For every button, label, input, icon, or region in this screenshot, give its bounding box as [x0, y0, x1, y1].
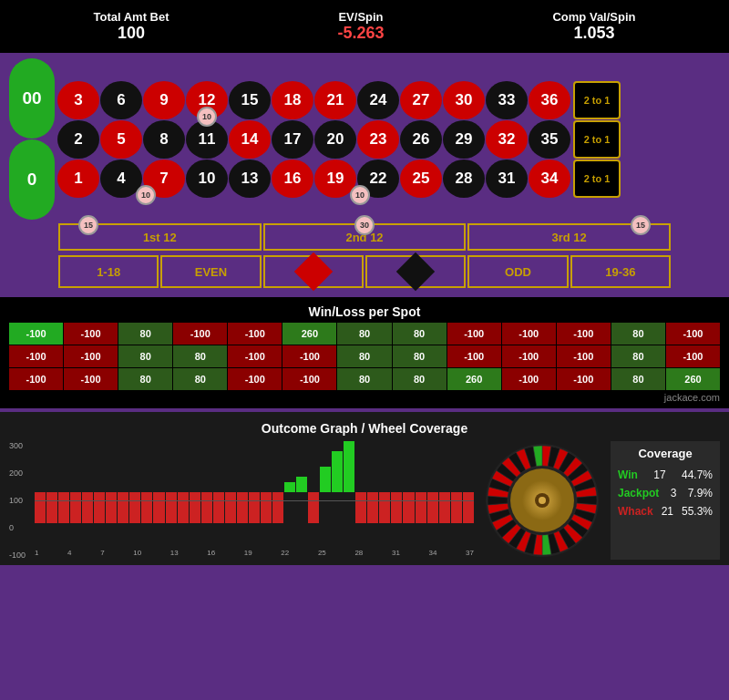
wl-r1c6: 260 [282, 323, 336, 345]
cell-1[interactable]: 1 [57, 160, 99, 198]
bar-neg-29 [379, 492, 390, 523]
cell-29[interactable]: 29 [443, 120, 485, 159]
cell-6[interactable]: 6 [100, 81, 142, 119]
bet-black[interactable] [365, 255, 466, 288]
bar-neg-13 [190, 492, 200, 523]
number-grid: 00 0 3 2 1 6 5 4 9 [9, 58, 720, 220]
bar-neg-5 [94, 492, 105, 523]
cell-34[interactable]: 34 [529, 160, 570, 198]
wl-r1c9: -100 [447, 323, 501, 345]
cell-33[interactable]: 33 [486, 81, 528, 119]
bar-neg-35 [451, 492, 462, 523]
dozen-1st[interactable]: 15 1st 12 [58, 223, 262, 251]
cell-26[interactable]: 26 [400, 120, 442, 159]
wl-r3c6: -100 [282, 368, 336, 390]
cell-7[interactable]: 7 10 [143, 160, 185, 198]
comp-val-value: 1.053 [552, 24, 635, 43]
cell-36[interactable]: 36 [529, 81, 570, 119]
bar-group-28 [367, 441, 378, 543]
cell-25[interactable]: 25 [400, 160, 442, 198]
cell-14[interactable]: 14 [229, 120, 271, 159]
cell-00[interactable]: 00 [9, 58, 55, 139]
wl-r2c4: 80 [173, 345, 227, 367]
y-0: 0 [9, 523, 35, 532]
wl-r3c1: -100 [9, 368, 63, 390]
cell-21[interactable]: 21 [314, 81, 356, 119]
bet-red[interactable] [263, 255, 364, 288]
cell-16[interactable]: 16 [272, 160, 313, 198]
cell-31[interactable]: 31 [486, 160, 528, 198]
cell-2[interactable]: 2 [57, 120, 99, 159]
bar-group-6 [106, 441, 117, 543]
total-amt-bet-section: Total Amt Bet 100 [93, 10, 169, 43]
dozen-3rd[interactable]: 15 3rd 12 [467, 223, 671, 251]
bar-group-15 [213, 441, 224, 543]
bar-group-10 [153, 441, 164, 543]
bar-neg-3 [70, 492, 81, 523]
bar-group-26 [344, 441, 354, 543]
side-bet-bot[interactable]: 2 to 1 [573, 160, 621, 198]
bar-group-12 [178, 441, 189, 543]
side-bet-top[interactable]: 2 to 1 [573, 81, 621, 119]
bar-group-35 [451, 441, 462, 543]
wl-r1c10: -100 [502, 323, 556, 345]
chip-dozen1: 15 [78, 215, 98, 235]
wl-r1c5: -100 [228, 323, 282, 345]
bar-group-27 [355, 441, 366, 543]
bet-odd[interactable]: ODD [467, 255, 568, 288]
wl-r3c9: 260 [447, 368, 501, 390]
wl-row-2: -100 -100 80 80 -100 -100 80 80 -100 -10… [9, 345, 720, 367]
cell-0[interactable]: 0 [9, 139, 55, 220]
dozen-2nd[interactable]: 30 2nd 12 [263, 223, 467, 251]
wheel-container [483, 441, 601, 560]
bar-group-16 [225, 441, 236, 543]
cell-32[interactable]: 32 [486, 120, 528, 159]
bar-neg-33 [427, 492, 438, 523]
ev-spin-section: EV/Spin -5.263 [337, 10, 384, 43]
cell-23[interactable]: 23 [357, 120, 399, 159]
cell-12[interactable]: 12 10 [186, 81, 228, 119]
bar-group-19 [261, 441, 272, 543]
bar-neg-9 [141, 492, 152, 523]
x-label-28: 28 [354, 549, 363, 557]
bar-group-11 [166, 441, 177, 543]
cell-22[interactable]: 22 10 [357, 160, 399, 198]
ev-spin-value: -5.263 [337, 24, 384, 43]
coverage-whack-label: Whack [618, 505, 653, 518]
cell-8[interactable]: 8 [143, 120, 185, 159]
cell-17[interactable]: 17 [272, 120, 313, 159]
cell-9[interactable]: 9 [143, 81, 185, 119]
cell-10[interactable]: 10 [186, 160, 228, 198]
bet-even[interactable]: EVEN [160, 255, 261, 288]
bar-group-7 [118, 441, 128, 543]
cell-13[interactable]: 13 [229, 160, 271, 198]
outside-side-spacer [673, 255, 720, 288]
cell-30[interactable]: 30 [443, 81, 485, 119]
cell-28[interactable]: 28 [443, 160, 485, 198]
bet-1-18[interactable]: 1-18 [58, 255, 159, 288]
bar-neg-32 [416, 492, 426, 523]
comp-val-label: Comp Val/Spin [552, 10, 635, 24]
coverage-win-label: Win [618, 468, 638, 481]
y-300: 300 [9, 441, 35, 450]
cell-20[interactable]: 20 [314, 120, 356, 159]
bar-neg-7 [118, 492, 128, 523]
cell-35[interactable]: 35 [529, 120, 570, 159]
wl-r2c2: -100 [64, 345, 118, 367]
ev-spin-label: EV/Spin [337, 10, 384, 24]
cell-27[interactable]: 27 [400, 81, 442, 119]
bar-neg-18 [249, 492, 260, 523]
side-bet-mid[interactable]: 2 to 1 [573, 120, 621, 159]
coverage-jackpot-row: Jackpot 3 7.9% [616, 484, 714, 502]
bar-group-29 [379, 441, 390, 543]
cell-3[interactable]: 3 [57, 81, 99, 119]
bar-group-18 [249, 441, 260, 543]
bet-19-36[interactable]: 19-36 [570, 255, 671, 288]
cell-24[interactable]: 24 [357, 81, 399, 119]
y-100: 100 [9, 496, 35, 505]
cell-18[interactable]: 18 [272, 81, 313, 119]
cell-5[interactable]: 5 [100, 120, 142, 159]
bar-neg-15 [213, 492, 224, 523]
cell-15[interactable]: 15 [229, 81, 271, 119]
header-bar: Total Amt Bet 100 EV/Spin -5.263 Comp Va… [0, 0, 729, 53]
